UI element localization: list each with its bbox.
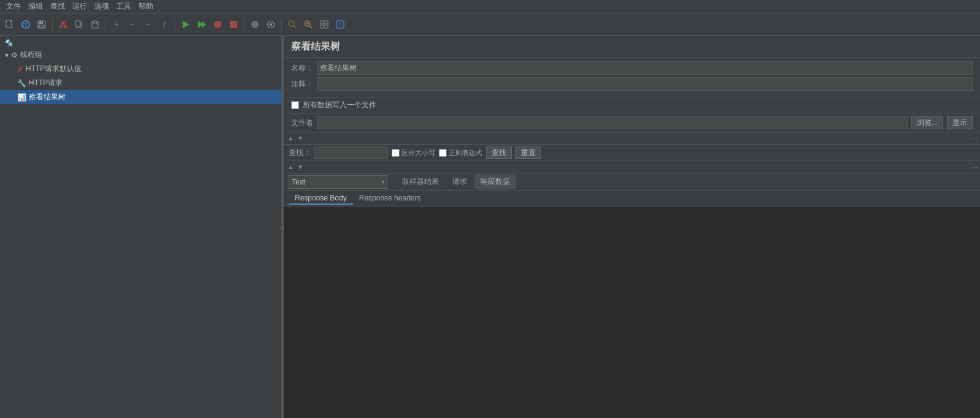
tab-request[interactable]: 请求 [446, 175, 473, 189]
copy-button[interactable] [72, 17, 86, 32]
show-button[interactable]: 显示 [947, 116, 973, 129]
lower-strip-arrows: ▲ ▼ [286, 164, 305, 170]
separator-4 [244, 18, 245, 31]
save-button[interactable] [34, 17, 49, 32]
upper-strip-more[interactable]: ··· [971, 134, 978, 143]
result-tree-label: 察看结果树 [29, 92, 66, 102]
http-request-icon: 🔧 [17, 79, 26, 88]
collapse-down-arrow[interactable]: ▼ [296, 135, 305, 142]
format-dropdown-container: TextJSONHTMLXMLRegexp TesterCSS/JQuery T… [289, 175, 387, 189]
browse-button[interactable]: 浏览... [911, 116, 943, 129]
menu-help[interactable]: 帮助 [135, 1, 157, 12]
response-body-content [284, 207, 980, 418]
lower-collapse-arrow[interactable]: ▼ [296, 164, 305, 170]
right-panel: 察看结果树 名称： 注释： 所有数据写入一个文件 文件名 浏览... 显示 [284, 36, 980, 418]
result-area: TextJSONHTMLXMLRegexp TesterCSS/JQuery T… [284, 173, 980, 418]
lower-expand-arrow[interactable]: ▲ [286, 164, 295, 170]
grid-button[interactable] [317, 17, 332, 32]
expand-up-arrow[interactable]: ▲ [286, 135, 295, 142]
collapse-button[interactable]: − [125, 17, 140, 32]
reset-button[interactable]: 重置 [515, 146, 541, 159]
tab-sampler-result[interactable]: 取样器结果 [396, 175, 445, 189]
svg-rect-4 [39, 21, 43, 24]
cut-button[interactable] [56, 17, 70, 32]
write-to-file-row: 所有数据写入一个文件 [284, 97, 980, 113]
svg-point-9 [64, 26, 67, 28]
file-row: 文件名 浏览... 显示 [284, 113, 980, 132]
zoom-button[interactable] [301, 17, 316, 32]
tree-item-threadgroup[interactable]: ▾ ⚙ 线程组 [0, 48, 281, 62]
section-title: 察看结果树 [284, 36, 980, 58]
svg-text:?: ? [338, 22, 341, 28]
svg-marker-14 [183, 21, 189, 28]
clear-all-button[interactable] [264, 17, 278, 32]
http-request-label: HTTP请求 [29, 78, 63, 88]
slash-button[interactable]: / [157, 17, 172, 32]
svg-point-22 [289, 21, 294, 26]
menu-options[interactable]: 选项 [91, 1, 113, 12]
case-sensitive-checkbox[interactable] [392, 149, 400, 157]
separator-5 [281, 18, 282, 31]
tree-item-http-request[interactable]: 🔧 HTTP请求 [0, 76, 281, 90]
case-sensitive-label: 区分大小写 [401, 148, 435, 158]
file-name-input[interactable] [317, 116, 908, 129]
svg-rect-11 [75, 21, 80, 26]
regex-group: 正则表达式 [439, 148, 482, 158]
response-sub-tabs: Response Body Response headers [284, 191, 980, 207]
search-label: 查找： [289, 148, 311, 158]
stop-now-button[interactable] [226, 17, 241, 32]
svg-rect-28 [321, 21, 324, 24]
name-comment-form: 名称： 注释： [284, 58, 980, 97]
find-button[interactable]: 查找 [486, 146, 512, 159]
name-input[interactable] [317, 61, 973, 75]
regex-checkbox[interactable] [439, 149, 447, 157]
tree-area: 🔩 ▾ ⚙ 线程组 ✗ HTTP请求默认值 🔧 HTTP请求 📊 察看结果 [0, 36, 281, 418]
menu-file[interactable]: 文件 [2, 1, 25, 12]
run-nodebug-button[interactable] [194, 17, 209, 32]
separator-3 [175, 18, 175, 31]
case-sensitive-group: 区分大小写 [392, 148, 435, 158]
format-select[interactable]: TextJSONHTMLXMLRegexp TesterCSS/JQuery T… [289, 175, 387, 189]
svg-marker-15 [198, 21, 202, 28]
tree-root-icon-row: 🔩 [0, 38, 281, 48]
svg-line-23 [294, 26, 296, 28]
svg-rect-30 [321, 25, 324, 28]
svg-rect-29 [325, 21, 328, 24]
search-button[interactable] [285, 17, 300, 32]
toolbar: T + − ~ / [0, 13, 980, 36]
lower-strip-bar: ▲ ▼ ··· [284, 161, 980, 173]
threadgroup-label: 线程组 [20, 50, 42, 60]
lower-strip-more[interactable]: ··· [971, 163, 978, 172]
upper-strip-bar: ▲ ▼ ··· [284, 132, 980, 145]
search-input[interactable] [314, 146, 388, 159]
help-button[interactable]: ? [333, 17, 348, 32]
menu-bar: 文件 编辑 查找 运行 选项 工具 帮助 [0, 0, 980, 13]
open-templates-button[interactable]: T [18, 17, 33, 32]
svg-point-21 [270, 23, 272, 26]
menu-find[interactable]: 查找 [47, 1, 69, 12]
tilde-button[interactable]: ~ [141, 17, 156, 32]
menu-run[interactable]: 运行 [69, 1, 91, 12]
tree-item-http-default[interactable]: ✗ HTTP请求默认值 [0, 62, 281, 76]
svg-point-17 [214, 21, 221, 28]
svg-point-8 [59, 26, 62, 28]
sub-tab-response-headers[interactable]: Response headers [353, 192, 427, 205]
tree-item-result-tree[interactable]: 📊 察看结果树 [0, 90, 281, 104]
paste-button[interactable] [88, 17, 102, 32]
clear-button[interactable] [248, 17, 262, 32]
menu-tools[interactable]: 工具 [113, 1, 135, 12]
svg-rect-18 [230, 21, 237, 28]
write-to-file-checkbox[interactable] [291, 101, 299, 109]
stop-button[interactable] [210, 17, 225, 32]
menu-edit[interactable]: 编辑 [25, 1, 47, 12]
new-file-button[interactable] [2, 17, 17, 32]
comment-input[interactable] [317, 77, 973, 91]
sub-tab-response-body[interactable]: Response Body [289, 192, 353, 205]
upper-strip-arrows: ▲ ▼ [286, 135, 305, 142]
run-button[interactable] [178, 17, 193, 32]
svg-line-25 [310, 26, 312, 28]
file-name-label: 文件名 [291, 118, 313, 128]
regex-label: 正则表达式 [449, 148, 482, 158]
expand-button[interactable]: + [109, 17, 124, 32]
tab-response-data[interactable]: 响应数据 [474, 175, 516, 189]
